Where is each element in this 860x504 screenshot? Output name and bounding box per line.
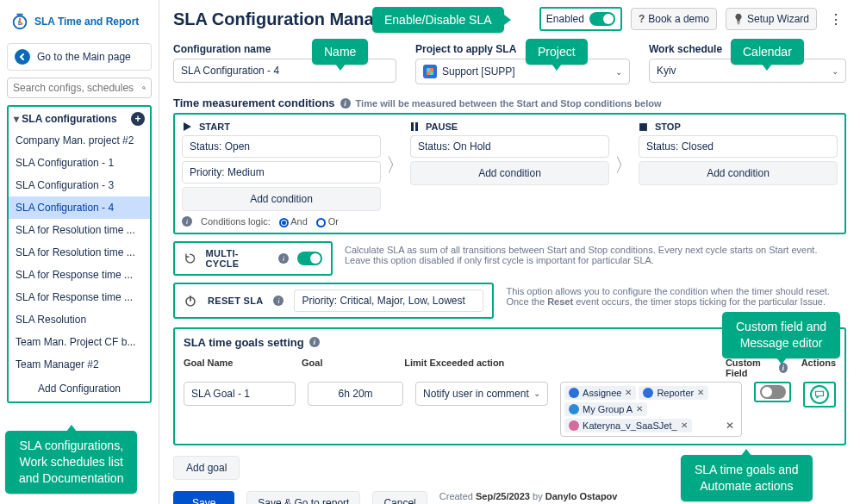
remove-tag-icon[interactable]: ✕	[636, 404, 643, 414]
sidebar-item[interactable]: Team Manager #2	[9, 353, 150, 376]
sidebar-configs-panel: ▾ SLA configurations + Company Man. proj…	[7, 105, 152, 403]
info-icon[interactable]: i	[779, 363, 788, 373]
condition-item[interactable]: Priority: Medium	[182, 161, 381, 184]
project-icon	[423, 65, 437, 78]
add-pause-condition[interactable]: Add condition	[410, 161, 609, 185]
user-tag[interactable]: Kateryna_v_SaaSJet_ ✕	[564, 419, 691, 432]
add-start-condition[interactable]: Add condition	[182, 187, 381, 211]
reset-label: RESET SLA	[208, 296, 263, 306]
sidebar-item[interactable]: SLA Resolution	[9, 308, 150, 331]
config-name-label: Configuration name	[173, 43, 396, 55]
back-button[interactable]: Go to the Main page	[7, 43, 152, 71]
save-go-report-button[interactable]: Save & Go to report	[246, 491, 360, 504]
info-icon[interactable]: i	[340, 98, 351, 109]
remove-tag-icon[interactable]: ✕	[625, 388, 632, 397]
multicycle-toggle-group[interactable]: MULTI-CYCLE i	[173, 241, 333, 276]
svg-rect-4	[415, 122, 418, 131]
svg-rect-3	[411, 122, 414, 131]
cancel-button[interactable]: Cancel	[372, 491, 427, 504]
info-icon[interactable]: i	[182, 216, 192, 227]
config-name-input[interactable]: SLA Configuration - 4	[173, 59, 396, 83]
user-tag[interactable]: My Group A ✕	[564, 402, 647, 416]
col-goal: Goal	[302, 358, 390, 378]
add-icon[interactable]: +	[131, 112, 145, 126]
stop-icon	[639, 122, 648, 132]
project-value: Support [SUPP]	[442, 65, 515, 78]
user-tag[interactable]: Assignee ✕	[564, 386, 636, 400]
schedule-value: Kyiv	[657, 65, 676, 77]
sidebar-item[interactable]: Team Man. Project CF b...	[9, 331, 150, 353]
bulb-icon	[733, 13, 744, 25]
svg-text:L: L	[18, 20, 22, 26]
play-icon	[182, 121, 192, 132]
stop-lane: STOP Status: Closed Add condition	[639, 120, 838, 211]
add-configuration-button[interactable]: Add Configuration	[9, 376, 150, 400]
chevron-down-icon: ▾	[14, 113, 19, 125]
notify-users-input[interactable]: Assignee ✕Reporter ✕My Group A ✕Kateryna…	[560, 382, 742, 437]
sidebar-item[interactable]: SLA Configuration - 3	[9, 174, 150, 196]
condition-logic: i Conditions logic: And Or	[182, 211, 838, 227]
multicycle-toggle[interactable]	[297, 252, 322, 265]
sidebar-item[interactable]: SLA for Response time ...	[9, 286, 150, 308]
limit-action-select[interactable]: Notify user in comment ⌄	[415, 382, 548, 406]
custom-field-toggle[interactable]	[760, 385, 786, 399]
setup-wizard-button[interactable]: Setup Wizard	[726, 8, 817, 30]
enabled-toggle-group[interactable]: Enabled	[539, 7, 622, 31]
sidebar-item[interactable]: SLA Configuration - 1	[9, 152, 150, 174]
message-icon	[810, 385, 829, 404]
search-input[interactable]	[7, 78, 152, 98]
reset-description: This option allows you to configure the …	[502, 283, 846, 319]
help-icon: ?	[639, 13, 645, 25]
add-stop-condition[interactable]: Add condition	[639, 161, 838, 185]
pause-lane: PAUSE Status: On Hold Add condition	[410, 120, 609, 211]
add-goal-button[interactable]: Add goal	[173, 456, 240, 480]
multicycle-description: Calculate SLA as sum of all transitions …	[341, 241, 846, 276]
power-icon	[184, 294, 197, 308]
col-goal-name: Goal Name	[184, 358, 288, 378]
chevron-down-icon: ⌄	[533, 389, 540, 398]
search-icon	[142, 82, 146, 94]
clear-tags-icon[interactable]: ✕	[722, 420, 738, 432]
sidebar-item[interactable]: SLA for Resolution time ...	[9, 219, 150, 241]
schedule-label: Work schedule	[649, 43, 846, 55]
sidebar-item[interactable]: SLA Configuration - 4	[9, 196, 150, 219]
reset-condition-input[interactable]: Priority: Critical, Major, Low, Lowest	[294, 289, 483, 312]
enabled-toggle[interactable]	[589, 12, 615, 26]
history-icon	[184, 252, 197, 265]
goal-name-input[interactable]: SLA Goal - 1	[184, 382, 296, 406]
project-select[interactable]: Support [SUPP] ⌄	[415, 59, 630, 84]
logic-and-radio[interactable]: And	[279, 216, 308, 227]
search-field[interactable]	[13, 82, 142, 94]
condition-item[interactable]: Status: Open	[182, 135, 381, 158]
goals-panel: SLA time goals setting i Goal Name Goal …	[173, 327, 846, 445]
goal-value-input[interactable]: 6h 20m	[308, 382, 403, 406]
col-limit: Limit Exceeded action	[404, 358, 527, 378]
start-lane: START Status: OpenPriority: Medium Add c…	[182, 120, 381, 211]
info-icon[interactable]: i	[273, 296, 284, 306]
lane-arrow-icon: 〉	[388, 120, 403, 211]
back-label: Go to the Main page	[37, 51, 131, 63]
remove-tag-icon[interactable]: ✕	[697, 388, 704, 397]
condition-item[interactable]: Status: On Hold	[410, 135, 609, 158]
custom-field-toggle-box[interactable]	[754, 382, 791, 402]
info-icon[interactable]: i	[278, 253, 289, 264]
user-tag[interactable]: Reporter ✕	[639, 386, 708, 400]
info-icon[interactable]: i	[309, 337, 320, 347]
actions-editor-box[interactable]	[803, 382, 836, 408]
sidebar-item[interactable]: SLA for Resolution time ...	[9, 241, 150, 264]
sidebar-item[interactable]: Company Man. project #2	[9, 129, 150, 152]
col-actions: Actions	[801, 358, 836, 378]
save-button[interactable]: Save	[173, 491, 234, 504]
remove-tag-icon[interactable]: ✕	[681, 420, 688, 430]
svg-rect-5	[639, 123, 647, 131]
sidebar-item[interactable]: SLA for Response time ...	[9, 264, 150, 286]
col-custom-field: Custom Field	[726, 358, 776, 378]
schedule-select[interactable]: Kyiv ⌄	[649, 59, 846, 83]
logic-or-radio[interactable]: Or	[316, 216, 339, 227]
book-demo-button[interactable]: ? Book a demo	[631, 8, 717, 30]
tmc-panel: START Status: OpenPriority: Medium Add c…	[173, 113, 846, 234]
sidebar-section-header[interactable]: ▾ SLA configurations +	[9, 109, 150, 129]
condition-item[interactable]: Status: Closed	[639, 135, 838, 158]
page-title: SLA Configuration Manager	[173, 9, 401, 29]
more-menu[interactable]: ⋮	[826, 8, 846, 31]
